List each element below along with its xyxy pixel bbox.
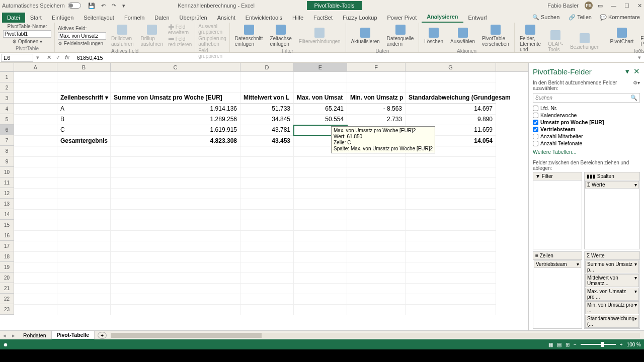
changesource-button[interactable]: Datenquelle ändern bbox=[385, 24, 416, 48]
namebox-dropdown-icon[interactable]: ▾ bbox=[34, 54, 41, 61]
col-B[interactable]: B bbox=[57, 63, 111, 71]
col-A[interactable]: A bbox=[14, 63, 57, 71]
field-kw[interactable]: Kalenderwoche bbox=[533, 112, 640, 119]
pagelayout-view-icon[interactable]: ▤ bbox=[557, 342, 561, 347]
user-avatar[interactable]: FB bbox=[585, 2, 593, 10]
add-sheet-button[interactable]: + bbox=[98, 332, 107, 339]
ptname-input[interactable] bbox=[3, 30, 51, 38]
col-F[interactable]: F bbox=[347, 63, 406, 71]
tab-help[interactable]: Hilfe bbox=[287, 13, 308, 23]
expand-formula-icon[interactable]: ▾ bbox=[635, 54, 644, 61]
rowlabels-header[interactable]: Zeilenbeschrift ▾ bbox=[57, 93, 111, 104]
field-telefonate[interactable]: Anzahl Telefonate bbox=[533, 140, 640, 147]
fieldsettings-button[interactable]: ⚙ Feldeinstellungen bbox=[58, 41, 106, 46]
toggle-switch[interactable] bbox=[68, 3, 81, 9]
move-button[interactable]: PivotTable verschieben bbox=[480, 24, 511, 48]
collapse-ribbon-icon[interactable]: ⌃ bbox=[637, 48, 642, 55]
columns-area[interactable]: ▮▮▮ Spalten Σ Werte▾ bbox=[584, 172, 640, 249]
tab-data[interactable]: Daten bbox=[149, 13, 174, 23]
table-row[interactable]: C 1.619.91543.781 015 11.659 bbox=[14, 125, 528, 136]
tab-review[interactable]: Überprüfen bbox=[175, 13, 212, 23]
gear-icon[interactable]: ⚙▾ bbox=[633, 80, 640, 91]
refresh-button[interactable]: Aktualisieren bbox=[349, 27, 382, 45]
zoom-in-icon[interactable]: + bbox=[620, 342, 623, 347]
search-tab[interactable]: 🔍 Suchen bbox=[527, 12, 565, 23]
options-button[interactable]: ⚙ Optionen ▾ bbox=[12, 39, 42, 44]
maximize-icon[interactable]: ☐ bbox=[624, 3, 629, 9]
name-box[interactable]: E6 bbox=[1, 54, 33, 62]
grand-total-row[interactable]: Gesamtergebnis 4.823.30843.453 63 14.054 bbox=[14, 136, 528, 146]
minimize-icon[interactable]: — bbox=[611, 3, 616, 9]
sheet-nav-prev-icon[interactable]: ◂ bbox=[0, 332, 9, 338]
recommended-button[interactable]: Empfohlene PivotTables bbox=[638, 24, 644, 48]
tab-pagelayout[interactable]: Seitenlayout bbox=[78, 13, 119, 23]
redo-icon[interactable]: ↷ bbox=[112, 3, 116, 9]
field-umsatz[interactable]: Umsatz pro Woche [EUR] bbox=[533, 119, 640, 126]
enter-icon[interactable]: ✓ bbox=[56, 54, 60, 60]
slicer-button[interactable]: Datenschnitt einfügen bbox=[233, 24, 265, 48]
cancel-icon[interactable]: ✕ bbox=[47, 54, 51, 60]
pivot-header-row: Zeilenbeschrift ▾ Summe von Umsatz pro W… bbox=[14, 93, 528, 104]
share-button[interactable]: 🔗 Teilen bbox=[565, 12, 596, 23]
tab-design[interactable]: Entwurf bbox=[463, 13, 492, 23]
fx-icon[interactable]: fx bbox=[65, 54, 69, 60]
reduce-field[interactable]: ➖ Feld reduzieren bbox=[168, 36, 192, 47]
pivotchart-button[interactable]: PivotChart bbox=[608, 27, 636, 45]
tab-file[interactable]: Datei bbox=[2, 13, 25, 23]
pagebreak-view-icon[interactable]: ⊞ bbox=[566, 342, 570, 347]
zoom-slider[interactable] bbox=[581, 344, 616, 345]
worksheet[interactable]: A B C D E F G 12345 678910 1112131415 16… bbox=[0, 63, 528, 330]
value-chip: Max. von Umsatz pro ...▾ bbox=[585, 288, 639, 301]
table-row[interactable]: A 1.914.13651.733 65.241- 8.563 14.697 bbox=[14, 104, 528, 115]
col-E[interactable]: E bbox=[294, 63, 347, 71]
formula-input[interactable]: 61850,415 bbox=[75, 54, 635, 61]
values-area[interactable]: Σ Werte Summe von Umsatz p...▾ Mittelwer… bbox=[584, 251, 640, 329]
zoom-level[interactable]: 100 % bbox=[627, 342, 641, 347]
tab-insert[interactable]: Einfügen bbox=[47, 13, 78, 23]
comments-button[interactable]: 💬 Kommentare bbox=[596, 12, 644, 23]
select-all-corner[interactable] bbox=[0, 63, 14, 71]
user-name[interactable]: Fabio Basler bbox=[547, 3, 579, 9]
field-team[interactable]: Vertriebsteam bbox=[533, 126, 640, 133]
field-lfdnr[interactable]: Lfd. Nr. bbox=[533, 105, 640, 112]
close-icon[interactable]: ✕ bbox=[637, 3, 642, 9]
tab-start[interactable]: Start bbox=[25, 13, 47, 23]
tab-view[interactable]: Ansicht bbox=[212, 13, 240, 23]
horizontal-scrollbar[interactable] bbox=[111, 333, 640, 338]
search-icon[interactable]: 🔍 bbox=[630, 95, 637, 101]
table-row[interactable]: B 1.289.25634.845 50.5542.733 9.890 bbox=[14, 115, 528, 125]
tab-factset[interactable]: FactSet bbox=[308, 13, 338, 23]
search-input[interactable] bbox=[535, 95, 630, 101]
tab-formulas[interactable]: Formeln bbox=[119, 13, 149, 23]
pane-close-icon[interactable]: ✕ bbox=[633, 67, 640, 75]
filter-area[interactable]: ▼ Filter bbox=[533, 172, 582, 249]
normal-view-icon[interactable]: ▦ bbox=[548, 342, 553, 347]
rows-area[interactable]: ≡ Zeilen Vertriebsteam▾ bbox=[533, 251, 582, 329]
activefield-input[interactable] bbox=[58, 32, 106, 40]
autosave-toggle[interactable]: Automatisches Speichern bbox=[2, 3, 81, 9]
field-mitarbeiter[interactable]: Anzahl Mitarbeiter bbox=[533, 133, 640, 140]
more-tables-link[interactable]: Weitere Tabellen... bbox=[529, 147, 644, 157]
col-C[interactable]: C bbox=[111, 63, 240, 71]
col-G[interactable]: G bbox=[406, 63, 496, 71]
col-D[interactable]: D bbox=[240, 63, 294, 71]
sheet-nav-next-icon[interactable]: ▸ bbox=[9, 332, 18, 338]
record-macro-icon[interactable]: ⏺ bbox=[3, 342, 8, 347]
tab-powerpivot[interactable]: Power Pivot bbox=[382, 13, 422, 23]
sheet-rohdaten[interactable]: Rohdaten bbox=[18, 331, 52, 339]
field-search[interactable]: 🔍 bbox=[533, 93, 640, 103]
clear-button[interactable]: Löschen bbox=[422, 27, 445, 45]
pane-dropdown-icon[interactable]: ▾ bbox=[625, 67, 629, 75]
zoom-out-icon[interactable]: − bbox=[574, 342, 577, 347]
tab-analyze[interactable]: Analysieren bbox=[422, 12, 463, 23]
undo-icon[interactable]: ↶ bbox=[101, 3, 106, 9]
ribbon-display-icon[interactable]: ▭ bbox=[598, 3, 603, 9]
pane-title: PivotTable-Felder bbox=[533, 67, 592, 76]
timeline-button[interactable]: Zeitachse einfügen bbox=[268, 24, 293, 48]
tab-developer[interactable]: Entwicklertools bbox=[240, 13, 287, 23]
save-icon[interactable]: 💾 bbox=[88, 3, 95, 9]
tab-fuzzy[interactable]: Fuzzy Lookup bbox=[338, 13, 382, 23]
sheet-pivottabelle[interactable]: Pivot-Tabelle bbox=[52, 331, 95, 340]
select-button[interactable]: Auswählen bbox=[448, 27, 477, 45]
expand-field[interactable]: ➕ Feld erweitern bbox=[168, 24, 192, 35]
